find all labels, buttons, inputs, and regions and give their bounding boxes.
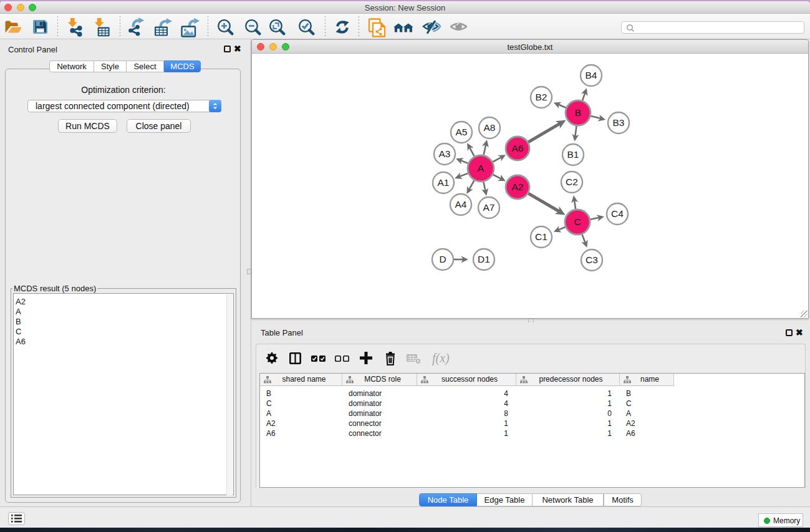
svg-text:D: D — [439, 254, 446, 264]
svg-text:A5: A5 — [456, 127, 468, 137]
svg-text:f(x): f(x) — [432, 351, 450, 365]
svg-text:B4: B4 — [586, 70, 597, 80]
svg-text:B1: B1 — [567, 149, 579, 160]
svg-text:B2: B2 — [536, 92, 547, 102]
svg-text:B: B — [575, 107, 581, 118]
svg-text:A3: A3 — [439, 148, 451, 159]
svg-text:A2: A2 — [512, 181, 524, 192]
svg-text:C4: C4 — [611, 208, 624, 219]
svg-text:C1: C1 — [535, 231, 547, 242]
svg-text:A: A — [478, 163, 485, 173]
svg-text:A7: A7 — [483, 202, 495, 213]
svg-text:C: C — [574, 216, 581, 227]
svg-text:B3: B3 — [613, 117, 625, 128]
svg-text:C2: C2 — [566, 177, 578, 187]
svg-text:A6: A6 — [512, 143, 524, 153]
svg-text:A8: A8 — [484, 122, 496, 133]
svg-text:A1: A1 — [438, 177, 450, 188]
svg-text:A4: A4 — [455, 199, 467, 210]
svg-text:C3: C3 — [586, 254, 598, 265]
svg-text:D1: D1 — [478, 254, 490, 264]
